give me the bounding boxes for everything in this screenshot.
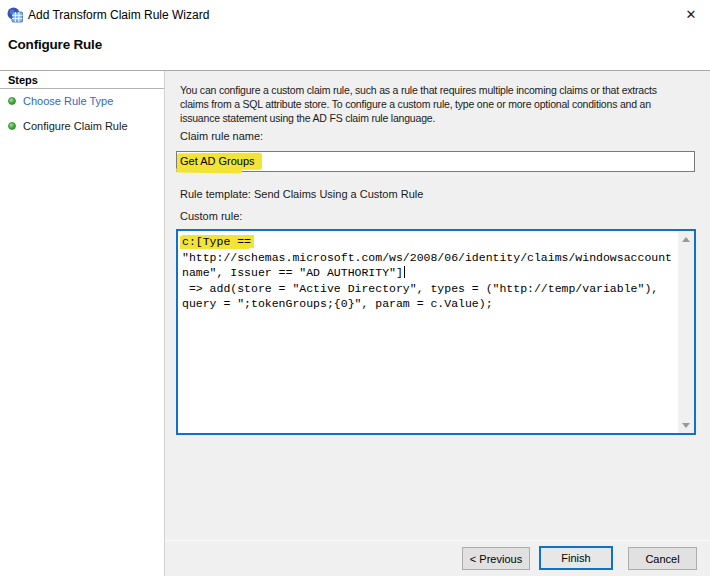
vertical-scrollbar[interactable] [678, 231, 694, 433]
claim-rule-name-input[interactable]: Get AD Groups [176, 151, 695, 172]
claim-rule-name-value: Get AD Groups [177, 152, 694, 167]
custom-rule-code: c:[Type == "http://schemas.microsoft.com… [178, 231, 678, 433]
scrollbar-down-icon[interactable] [678, 417, 694, 433]
wizard-window: Add Transform Claim Rule Wizard ✕ Config… [0, 0, 710, 576]
code-line: "http://schemas.microsoft.com/ws/2008/06… [182, 250, 678, 266]
step-label: Configure Claim Rule [23, 120, 128, 132]
code-line: name", Issuer == "AD AUTHORITY"] [182, 266, 403, 279]
code-line: query = ";tokenGroups;{0}", param = c.Va… [182, 296, 678, 312]
code-line: => add(store = "Active Directory", types… [182, 281, 678, 297]
step-label: Choose Rule Type [23, 95, 113, 107]
step-bullet-icon [8, 97, 16, 105]
steps-header: Steps [8, 74, 38, 86]
cancel-button[interactable]: Cancel [628, 547, 697, 570]
window-title: Add Transform Claim Rule Wizard [28, 8, 209, 22]
adfs-wizard-icon [7, 7, 23, 23]
finish-button[interactable]: Finish [539, 546, 613, 570]
previous-button[interactable]: < Previous [462, 547, 530, 570]
titlebar: Add Transform Claim Rule Wizard ✕ [0, 0, 710, 30]
custom-rule-label: Custom rule: [180, 210, 242, 222]
button-area-divider [165, 540, 710, 541]
claim-rule-name-label: Claim rule name: [180, 130, 263, 142]
page-title: Configure Rule [8, 37, 102, 52]
sidebar-item-configure-claim-rule[interactable]: Configure Claim Rule [8, 120, 128, 132]
step-bullet-icon [8, 122, 16, 130]
description-text: You can configure a custom claim rule, s… [180, 83, 657, 125]
steps-header-underline [0, 88, 164, 89]
close-icon[interactable]: ✕ [681, 5, 701, 25]
highlighted-code: c:[Type == [182, 235, 251, 248]
text-cursor [404, 266, 405, 278]
rule-template-text: Rule template: Send Claims Using a Custo… [180, 188, 423, 200]
scrollbar-up-icon[interactable] [678, 231, 694, 247]
sidebar-divider [164, 71, 165, 576]
sidebar-item-choose-rule-type[interactable]: Choose Rule Type [8, 95, 113, 107]
custom-rule-textarea[interactable]: c:[Type == "http://schemas.microsoft.com… [176, 229, 696, 435]
